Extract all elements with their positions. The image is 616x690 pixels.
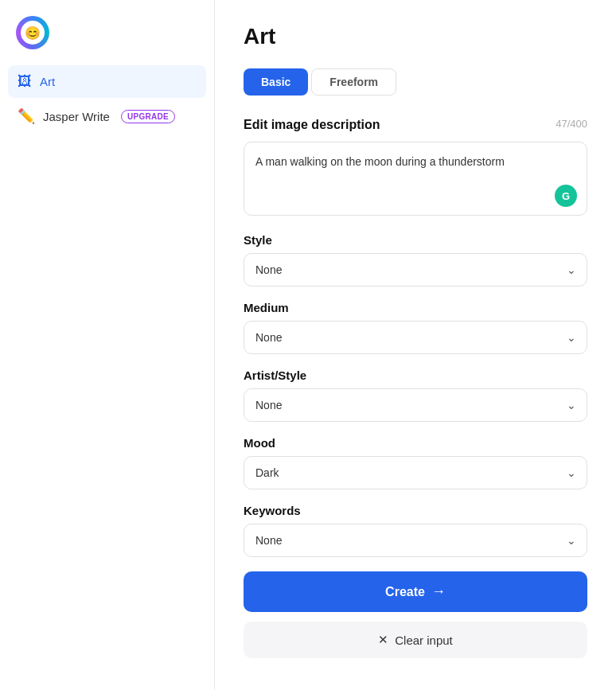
app-logo: 😊 — [0, 16, 214, 65]
logo-emoji: 😊 — [25, 25, 41, 41]
mood-label: Mood — [244, 436, 587, 450]
clear-input-label: Clear input — [395, 633, 453, 647]
keywords-dropdown-wrapper: None ⌄ — [244, 524, 587, 557]
artist-style-group: Artist/Style None Picasso Monet Dali Van… — [244, 368, 587, 422]
mood-group: Mood None Dark Bright Dramatic Calm Myst… — [244, 436, 587, 489]
edit-icon: ✏️ — [18, 107, 35, 125]
description-textarea-container: G — [244, 142, 587, 216]
logo-circle: 😊 — [16, 16, 49, 49]
style-label: Style — [244, 233, 587, 247]
medium-dropdown-wrapper: None Oil Paint Watercolor Digital Pencil… — [244, 321, 587, 354]
main-content: Art Basic Freeform Edit image descriptio… — [215, 0, 616, 690]
style-dropdown[interactable]: None Realistic Abstract Cartoon Watercol… — [244, 253, 587, 287]
art-icon: 🖼 — [18, 73, 32, 90]
artist-style-label: Artist/Style — [244, 368, 587, 382]
keywords-dropdown[interactable]: None — [244, 524, 587, 557]
medium-label: Medium — [244, 301, 587, 314]
create-button[interactable]: Create → — [244, 571, 587, 612]
upgrade-badge[interactable]: UPGRADE — [121, 110, 175, 123]
char-count: 47/400 — [556, 118, 587, 130]
sidebar-item-jasper-write[interactable]: ✏️ Jasper Write UPGRADE — [8, 99, 206, 133]
medium-dropdown[interactable]: None Oil Paint Watercolor Digital Pencil — [244, 321, 587, 354]
medium-group: Medium None Oil Paint Watercolor Digital… — [244, 301, 587, 354]
description-textarea[interactable] — [255, 154, 575, 204]
artist-style-dropdown-wrapper: None Picasso Monet Dali Van Gogh ⌄ — [244, 388, 587, 422]
style-dropdown-wrapper: None Realistic Abstract Cartoon Watercol… — [244, 253, 587, 287]
tab-basic[interactable]: Basic — [244, 68, 308, 96]
sidebar-item-art-label: Art — [40, 75, 55, 88]
sidebar-nav: 🖼 Art ✏️ Jasper Write UPGRADE — [0, 65, 214, 133]
arrow-right-icon: → — [431, 583, 446, 600]
sidebar: 😊 🖼 Art ✏️ Jasper Write UPGRADE — [0, 0, 215, 690]
page-title: Art — [244, 24, 587, 49]
grammarly-icon: G — [555, 185, 577, 207]
edit-description-label: Edit image description — [244, 118, 380, 132]
artist-style-dropdown[interactable]: None Picasso Monet Dali Van Gogh — [244, 388, 587, 422]
sidebar-item-jasper-write-label: Jasper Write — [43, 110, 110, 123]
clear-input-button[interactable]: ✕ Clear input — [244, 622, 587, 658]
clear-input-x-icon: ✕ — [378, 633, 388, 647]
mood-dropdown[interactable]: None Dark Bright Dramatic Calm Mysteriou… — [244, 456, 587, 489]
keywords-label: Keywords — [244, 504, 587, 517]
logo-inner: 😊 — [21, 21, 45, 45]
keywords-group: Keywords None ⌄ — [244, 504, 587, 557]
tab-bar: Basic Freeform — [244, 68, 587, 96]
create-button-label: Create — [385, 585, 425, 599]
style-group: Style None Realistic Abstract Cartoon Wa… — [244, 233, 587, 287]
edit-description-header: Edit image description 47/400 — [244, 118, 587, 138]
sidebar-item-art[interactable]: 🖼 Art — [8, 65, 206, 98]
mood-dropdown-wrapper: None Dark Bright Dramatic Calm Mysteriou… — [244, 456, 587, 489]
tab-freeform[interactable]: Freeform — [311, 68, 396, 96]
